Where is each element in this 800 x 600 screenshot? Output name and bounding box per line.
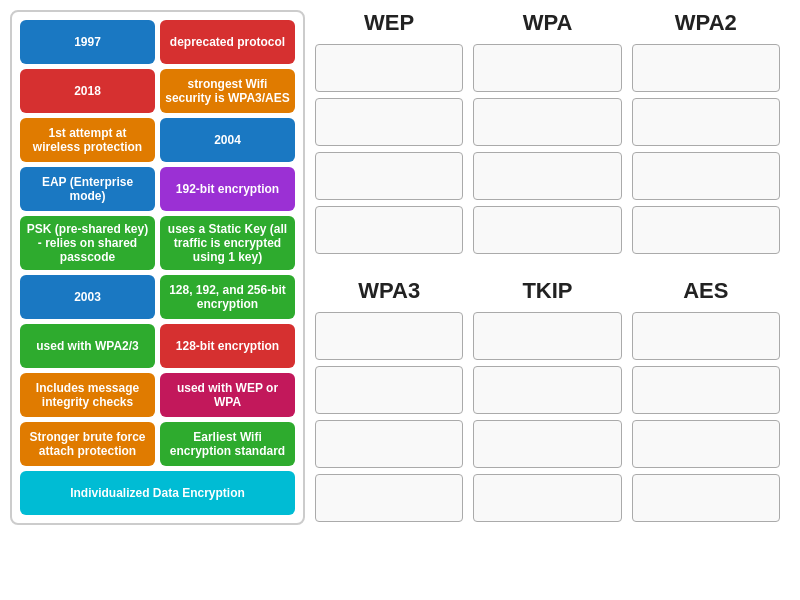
column-header-wpa2: WPA2 <box>675 10 737 36</box>
draggable-tile-t1[interactable]: 1997 <box>20 20 155 64</box>
drop-box-wpa2-3[interactable] <box>632 152 780 200</box>
drop-box-wep-1[interactable] <box>315 44 463 92</box>
draggable-tile-t6[interactable]: 2004 <box>160 118 295 162</box>
bottom-drop-section: WPA3TKIPAES <box>315 278 780 522</box>
draggable-tile-t3[interactable]: 2018 <box>20 69 155 113</box>
drop-box-wpa3-1[interactable] <box>315 312 463 360</box>
drop-column-tkip: TKIP <box>473 278 621 522</box>
drop-box-wpa2-2[interactable] <box>632 98 780 146</box>
drop-column-wpa3: WPA3 <box>315 278 463 522</box>
draggable-tile-t11[interactable]: 2003 <box>20 275 155 319</box>
column-header-wpa: WPA <box>523 10 573 36</box>
draggable-tile-t10[interactable]: uses a Static Key (all traffic is encryp… <box>160 216 295 270</box>
draggable-tile-t12[interactable]: 128, 192, and 256-bit encryption <box>160 275 295 319</box>
drop-box-wpa-1[interactable] <box>473 44 621 92</box>
draggable-tile-t19[interactable]: Individualized Data Encryption <box>20 471 295 515</box>
draggable-tile-t14[interactable]: 128-bit encryption <box>160 324 295 368</box>
drop-zones-panel: WEPWPAWPA2 WPA3TKIPAES <box>305 10 790 522</box>
draggable-tile-t13[interactable]: used with WPA2/3 <box>20 324 155 368</box>
drop-column-wep: WEP <box>315 10 463 254</box>
draggable-tile-t15[interactable]: Includes message integrity checks <box>20 373 155 417</box>
draggable-tiles-panel: 1997deprecated protocol2018strongest Wif… <box>10 10 305 525</box>
draggable-tile-t8[interactable]: 192-bit encryption <box>160 167 295 211</box>
drop-box-wpa2-1[interactable] <box>632 44 780 92</box>
drop-box-aes-3[interactable] <box>632 420 780 468</box>
drop-box-wpa2-4[interactable] <box>632 206 780 254</box>
drop-box-aes-1[interactable] <box>632 312 780 360</box>
draggable-tile-t17[interactable]: Stronger brute force attach protection <box>20 422 155 466</box>
drop-box-wpa-4[interactable] <box>473 206 621 254</box>
drop-box-tkip-4[interactable] <box>473 474 621 522</box>
draggable-tile-t7[interactable]: EAP (Enterprise mode) <box>20 167 155 211</box>
column-header-aes: AES <box>683 278 728 304</box>
draggable-tile-t4[interactable]: strongest Wifi security is WPA3/AES <box>160 69 295 113</box>
drop-column-wpa: WPA <box>473 10 621 254</box>
draggable-tile-t5[interactable]: 1st attempt at wireless protection <box>20 118 155 162</box>
drop-box-aes-4[interactable] <box>632 474 780 522</box>
drop-box-wpa3-2[interactable] <box>315 366 463 414</box>
column-header-wep: WEP <box>364 10 414 36</box>
drop-column-aes: AES <box>632 278 780 522</box>
drop-box-wpa-3[interactable] <box>473 152 621 200</box>
draggable-tile-t18[interactable]: Earliest Wifi encryption standard <box>160 422 295 466</box>
drop-box-wpa-2[interactable] <box>473 98 621 146</box>
draggable-tile-t16[interactable]: used with WEP or WPA <box>160 373 295 417</box>
drop-box-aes-2[interactable] <box>632 366 780 414</box>
drop-box-wep-4[interactable] <box>315 206 463 254</box>
drop-box-tkip-1[interactable] <box>473 312 621 360</box>
drop-box-tkip-2[interactable] <box>473 366 621 414</box>
draggable-tile-t2[interactable]: deprecated protocol <box>160 20 295 64</box>
drop-box-wep-3[interactable] <box>315 152 463 200</box>
draggable-tile-t9[interactable]: PSK (pre-shared key) - relies on shared … <box>20 216 155 270</box>
drop-box-wep-2[interactable] <box>315 98 463 146</box>
column-header-wpa3: WPA3 <box>358 278 420 304</box>
drop-box-wpa3-4[interactable] <box>315 474 463 522</box>
column-header-tkip: TKIP <box>522 278 572 304</box>
top-drop-section: WEPWPAWPA2 <box>315 10 780 254</box>
drop-box-tkip-3[interactable] <box>473 420 621 468</box>
drop-box-wpa3-3[interactable] <box>315 420 463 468</box>
drop-column-wpa2: WPA2 <box>632 10 780 254</box>
